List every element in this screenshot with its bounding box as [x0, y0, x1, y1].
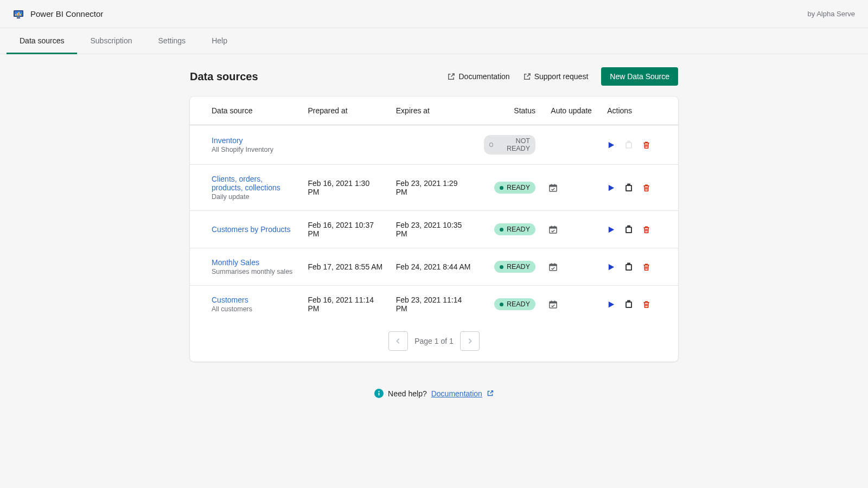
svg-rect-30 — [627, 265, 631, 269]
chevron-right-icon — [466, 337, 474, 345]
footer-documentation-link[interactable]: Documentation — [431, 389, 482, 398]
delete-button[interactable] — [642, 226, 650, 234]
table-row: CustomersAll customersFeb 16, 2021 11:14… — [190, 286, 678, 323]
svg-rect-3 — [17, 13, 18, 16]
col-header-status: Status — [477, 97, 542, 125]
data-source-desc: All Shopify Inventory — [212, 146, 295, 153]
documentation-label: Documentation — [458, 72, 509, 81]
expires-at-cell: Feb 24, 2021 8:44 AM — [390, 248, 477, 286]
prepared-at-cell: Feb 16, 2021 1:30 PM — [302, 165, 390, 211]
auto-update-cell — [542, 125, 601, 165]
run-button[interactable] — [607, 141, 615, 149]
status-text: READY — [507, 263, 530, 271]
svg-rect-9 — [627, 143, 631, 147]
support-request-link[interactable]: Support request — [523, 72, 589, 81]
svg-rect-4 — [18, 12, 20, 16]
svg-rect-25 — [550, 264, 557, 266]
tab-data-sources[interactable]: Data sources — [7, 28, 77, 54]
copy-button[interactable] — [625, 300, 633, 309]
data-source-desc: Summarises monthly sales — [212, 268, 295, 275]
new-data-source-button[interactable]: New Data Source — [601, 67, 678, 86]
svg-rect-16 — [627, 186, 631, 190]
next-page-button[interactable] — [460, 331, 480, 351]
auto-update-cell — [542, 211, 601, 248]
svg-rect-36 — [627, 300, 630, 303]
data-sources-card: Data source Prepared at Expires at Statu… — [190, 97, 678, 362]
actions-cell — [601, 286, 678, 323]
run-button[interactable] — [607, 226, 615, 234]
table-row: Customers by ProductsFeb 16, 2021 10:37 … — [190, 211, 678, 248]
copy-button[interactable] — [625, 225, 633, 234]
svg-rect-34 — [554, 300, 556, 302]
app-icon — [13, 9, 24, 20]
data-source-name-link[interactable]: Clients, orders, products, collections — [212, 175, 295, 192]
external-link-icon — [447, 73, 455, 81]
data-sources-table: Data source Prepared at Expires at Statu… — [190, 97, 678, 323]
data-source-desc: Daily update — [212, 193, 295, 201]
copy-button[interactable] — [625, 262, 633, 271]
page-header: Data sources Documentation Support reque… — [190, 67, 678, 86]
svg-rect-18 — [550, 227, 557, 228]
copy-button — [625, 140, 633, 149]
expires-at-cell: Feb 23, 2021 10:35 PM — [390, 211, 477, 248]
svg-rect-26 — [551, 263, 552, 265]
data-source-name-link[interactable]: Inventory — [212, 136, 295, 145]
svg-rect-29 — [627, 263, 630, 265]
pagination: Page 1 of 1 — [190, 323, 678, 362]
delete-button[interactable] — [642, 141, 650, 149]
status-text: NOT READY — [496, 137, 530, 152]
table-row: InventoryAll Shopify InventoryNOT READY — [190, 125, 678, 165]
need-help-label: Need help? — [388, 389, 427, 398]
status-badge: NOT READY — [484, 135, 535, 155]
delete-button[interactable] — [642, 300, 650, 309]
data-source-name-link[interactable]: Customers by Products — [212, 225, 295, 234]
col-header-expires-at: Expires at — [390, 97, 477, 125]
status-dot-icon — [500, 228, 503, 232]
col-header-prepared-at: Prepared at — [302, 97, 390, 125]
status-dot-icon — [500, 265, 503, 269]
page-title: Data sources — [190, 70, 258, 83]
support-label: Support request — [534, 72, 589, 81]
svg-rect-8 — [627, 141, 630, 143]
tab-help[interactable]: Help — [199, 28, 240, 54]
documentation-link[interactable]: Documentation — [447, 72, 509, 81]
run-button[interactable] — [607, 263, 615, 271]
status-badge: READY — [494, 223, 535, 235]
data-source-name-link[interactable]: Monthly Sales — [212, 258, 295, 267]
app-title: Power BI Connector — [30, 9, 103, 18]
data-source-name-link[interactable]: Customers — [212, 296, 295, 304]
prev-page-button[interactable] — [388, 331, 408, 351]
svg-rect-11 — [550, 185, 557, 187]
chevron-left-icon — [394, 337, 402, 345]
svg-rect-15 — [627, 184, 630, 186]
run-button[interactable] — [607, 300, 615, 309]
calendar-check-icon — [548, 225, 594, 234]
external-link-icon — [523, 73, 531, 81]
page-actions: Documentation Support request New Data S… — [447, 67, 678, 86]
svg-rect-12 — [551, 184, 552, 185]
expires-at-cell: Feb 23, 2021 1:29 PM — [390, 165, 477, 211]
status-badge: READY — [494, 298, 535, 310]
content: Data sources Documentation Support reque… — [190, 67, 678, 398]
copy-button[interactable] — [625, 183, 633, 192]
status-cell: READY — [477, 211, 542, 248]
svg-rect-19 — [551, 226, 552, 227]
actions-cell — [601, 125, 678, 165]
data-source-desc: All customers — [212, 305, 295, 313]
delete-button[interactable] — [642, 184, 650, 192]
delete-button[interactable] — [642, 263, 650, 271]
run-button[interactable] — [607, 184, 615, 192]
svg-rect-5 — [20, 14, 21, 16]
svg-rect-27 — [554, 263, 556, 265]
status-text: READY — [507, 226, 530, 233]
svg-rect-37 — [627, 303, 631, 307]
svg-rect-2 — [15, 14, 16, 16]
tab-settings[interactable]: Settings — [145, 28, 199, 54]
calendar-check-icon — [548, 183, 594, 192]
page-info: Page 1 of 1 — [414, 337, 454, 345]
prepared-at-cell: Feb 16, 2021 11:14 PM — [302, 286, 390, 323]
help-footer: Need help? Documentation — [190, 362, 678, 398]
prepared-at-cell: Feb 16, 2021 10:37 PM — [302, 211, 390, 248]
tab-subscription[interactable]: Subscription — [77, 28, 145, 54]
prepared-at-cell: Feb 17, 2021 8:55 AM — [302, 248, 390, 286]
